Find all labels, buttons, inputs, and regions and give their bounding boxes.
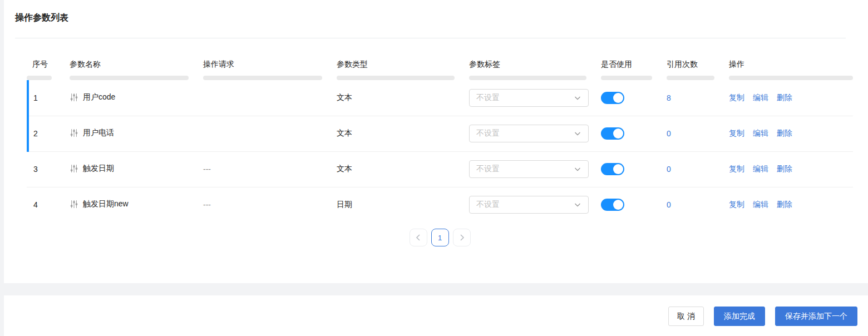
header-underline-bar <box>729 76 853 80</box>
enabled-toggle[interactable] <box>601 92 624 104</box>
cancel-button[interactable]: 取 消 <box>668 307 704 326</box>
delete-link[interactable]: 删除 <box>777 200 792 209</box>
request-cell: --- <box>196 151 330 187</box>
col-header-label: 参数标签 <box>462 56 594 80</box>
label-cell: 不设置 <box>462 80 594 116</box>
parameter-table-area: 序号 参数名称 操作请求 参数类型 参数标签 是否使用 <box>27 56 853 246</box>
delete-link[interactable]: 删除 <box>777 129 792 137</box>
request-cell: --- <box>196 187 330 223</box>
param-name: 触发日期 <box>83 164 114 174</box>
chevron-down-icon <box>574 201 581 209</box>
refcount-cell: 0 <box>660 151 722 187</box>
request-cell <box>196 80 330 116</box>
row-index: 4 <box>33 200 38 209</box>
enabled-cell <box>594 187 660 223</box>
divider <box>15 38 846 38</box>
sliders-icon <box>70 93 78 102</box>
table-body: 1 用户code 文本 不设置 <box>27 80 853 223</box>
table-header-row: 序号 参数名称 操作请求 参数类型 参数标签 是否使用 <box>27 56 853 80</box>
footer-buttons: 取 消 添加完成 保存并添加下一个 <box>668 307 857 326</box>
row-index-cell: 3 <box>27 151 63 187</box>
copy-link[interactable]: 复制 <box>729 129 744 137</box>
select-placeholder: 不设置 <box>476 164 500 174</box>
type-cell: 文本 <box>330 151 462 187</box>
param-name-cell: 用户电话 <box>63 116 196 151</box>
toggle-knob <box>613 164 623 174</box>
enabled-toggle[interactable] <box>601 163 624 175</box>
header-underline-bar <box>203 76 322 80</box>
ref-count-link[interactable]: 0 <box>667 165 671 174</box>
param-name-cell: 用户code <box>63 80 196 116</box>
col-header-actions: 操作 <box>722 56 853 80</box>
param-name: 触发日期new <box>83 199 129 209</box>
header-underline-bar <box>27 76 52 80</box>
chevron-left-icon <box>415 234 422 241</box>
row-index-cell: 4 <box>27 187 63 223</box>
prev-page-button[interactable] <box>410 229 427 246</box>
enabled-cell <box>594 151 660 187</box>
col-header-request: 操作请求 <box>196 56 330 80</box>
actions-cell: 复制 编辑 删除 <box>722 80 853 116</box>
param-name: 用户code <box>83 92 115 102</box>
ref-count-link[interactable]: 8 <box>667 93 671 102</box>
page-1-button[interactable]: 1 <box>431 229 449 246</box>
row-index-cell: 1 <box>27 80 63 116</box>
chevron-down-icon <box>574 165 581 173</box>
col-header-name: 参数名称 <box>63 56 196 80</box>
delete-link[interactable]: 删除 <box>777 164 792 173</box>
copy-link[interactable]: 复制 <box>729 200 744 209</box>
enabled-toggle[interactable] <box>601 199 624 211</box>
add-done-button[interactable]: 添加完成 <box>714 307 765 326</box>
delete-link[interactable]: 删除 <box>777 93 792 102</box>
save-and-add-next-button[interactable]: 保存并添加下一个 <box>775 307 857 326</box>
ref-count-link[interactable]: 0 <box>667 129 671 138</box>
actions-cell: 复制 编辑 删除 <box>722 116 853 151</box>
edit-link[interactable]: 编辑 <box>753 129 768 137</box>
refcount-cell: 0 <box>660 116 722 151</box>
toggle-knob <box>613 129 623 139</box>
row-index-cell: 2 <box>27 116 63 151</box>
header-underline-bar <box>667 76 714 80</box>
sliders-icon <box>70 200 78 209</box>
sliders-icon <box>70 164 78 173</box>
toggle-knob <box>613 200 623 210</box>
edit-link[interactable]: 编辑 <box>753 200 768 209</box>
copy-link[interactable]: 复制 <box>729 93 744 102</box>
param-name-cell: 触发日期 <box>63 151 196 187</box>
label-select[interactable]: 不设置 <box>469 89 589 107</box>
edit-link[interactable]: 编辑 <box>753 93 768 102</box>
actions-cell: 复制 编辑 删除 <box>722 187 853 223</box>
label-cell: 不设置 <box>462 187 594 223</box>
select-placeholder: 不设置 <box>476 200 500 210</box>
col-header-type: 参数类型 <box>330 56 462 80</box>
table-row: 1 用户code 文本 不设置 <box>27 80 853 116</box>
actions-cell: 复制 编辑 删除 <box>722 151 853 187</box>
next-page-button[interactable] <box>453 229 471 246</box>
param-name: 用户电话 <box>83 128 114 138</box>
footer-panel: 取 消 添加完成 保存并添加下一个 <box>4 295 868 336</box>
main-panel: 操作参数列表 序号 参数名称 操作请求 <box>4 0 868 283</box>
row-index: 1 <box>33 93 38 102</box>
table-row: 3 触发日期 --- 文本 不设置 <box>27 151 853 187</box>
copy-link[interactable]: 复制 <box>729 164 744 173</box>
toggle-knob <box>613 93 623 103</box>
header-underline-bar <box>70 76 189 80</box>
type-cell: 日期 <box>330 187 462 223</box>
col-header-index: 序号 <box>27 56 63 80</box>
label-select[interactable]: 不设置 <box>469 160 589 178</box>
header-underline-bar <box>469 76 586 80</box>
select-placeholder: 不设置 <box>476 93 500 103</box>
enabled-toggle[interactable] <box>601 127 624 140</box>
enabled-cell <box>594 116 660 151</box>
col-header-refcount: 引用次数 <box>660 56 722 80</box>
refcount-cell: 8 <box>660 80 722 116</box>
param-name-cell: 触发日期new <box>63 187 196 223</box>
edit-link[interactable]: 编辑 <box>753 164 768 173</box>
header-underline-bar <box>337 76 455 80</box>
label-select[interactable]: 不设置 <box>469 125 589 142</box>
ref-count-link[interactable]: 0 <box>667 200 671 209</box>
pagination: 1 <box>27 229 853 246</box>
label-select[interactable]: 不设置 <box>469 196 589 214</box>
header-underline-bar <box>601 76 652 80</box>
chevron-right-icon <box>458 234 466 241</box>
